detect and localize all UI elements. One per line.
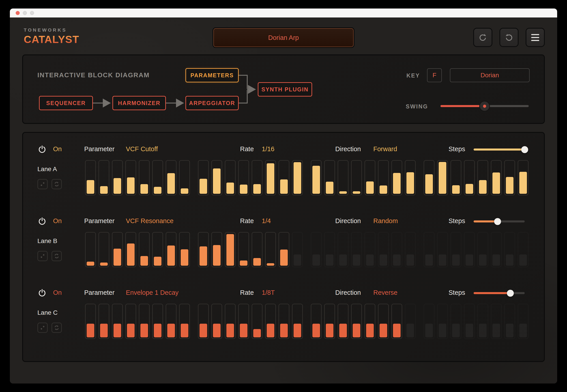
step-cell[interactable]	[338, 304, 348, 339]
step-cell-inactive[interactable]	[504, 304, 515, 339]
step-cell[interactable]	[112, 232, 123, 267]
parameter-value[interactable]: Envelope 1 Decay	[126, 289, 179, 296]
step-cell[interactable]	[451, 160, 461, 195]
step-cell-inactive[interactable]	[437, 232, 448, 267]
step-cell[interactable]	[139, 232, 150, 267]
power-icon[interactable]	[37, 216, 47, 226]
direction-value[interactable]: Reverse	[373, 289, 398, 296]
randomize-button[interactable]	[37, 251, 48, 261]
step-cell[interactable]	[125, 232, 136, 267]
direction-value[interactable]: Random	[373, 217, 398, 225]
step-cell[interactable]	[85, 304, 96, 339]
step-cell[interactable]	[504, 160, 515, 195]
step-cell-inactive[interactable]	[477, 304, 488, 339]
step-cell[interactable]	[292, 304, 303, 339]
step-cell[interactable]	[278, 232, 289, 267]
step-cell-inactive[interactable]	[391, 232, 402, 267]
step-cell-inactive[interactable]	[504, 232, 515, 267]
step-cell[interactable]	[225, 232, 235, 267]
step-cell[interactable]	[477, 160, 488, 195]
step-cell-inactive[interactable]	[324, 232, 335, 267]
step-cell-inactive[interactable]	[424, 304, 434, 339]
node-harmonizer[interactable]: HARMONIZER	[112, 96, 166, 110]
step-cell[interactable]	[112, 304, 123, 339]
step-cell[interactable]	[464, 160, 475, 195]
step-cell-inactive[interactable]	[378, 232, 389, 267]
rate-value[interactable]: 1/4	[262, 217, 271, 225]
step-cell[interactable]	[238, 304, 249, 339]
step-cell-inactive[interactable]	[464, 304, 475, 339]
step-cell[interactable]	[265, 232, 276, 267]
menu-button[interactable]	[526, 29, 544, 46]
minimize-window-button[interactable]	[23, 11, 27, 15]
step-cell[interactable]	[98, 232, 109, 267]
step-cell[interactable]	[125, 304, 136, 339]
step-cell[interactable]	[518, 160, 528, 195]
step-cell[interactable]	[152, 232, 163, 267]
node-arpeggiator[interactable]: ARPEGGIATOR	[185, 96, 239, 110]
node-sequencer[interactable]: SEQUENCER	[39, 96, 93, 110]
step-cell-inactive[interactable]	[338, 232, 348, 267]
direction-value[interactable]: Forward	[373, 145, 397, 153]
step-cell-inactive[interactable]	[464, 232, 475, 267]
step-cell-inactive[interactable]	[518, 232, 528, 267]
preset-selector[interactable]: Dorian Arp	[213, 28, 354, 47]
randomize-button[interactable]	[37, 322, 48, 333]
step-cell[interactable]	[198, 304, 209, 339]
swing-slider[interactable]	[441, 105, 529, 107]
step-cell-inactive[interactable]	[518, 304, 528, 339]
step-cell[interactable]	[252, 232, 263, 267]
steps-slider-thumb[interactable]	[494, 218, 501, 225]
step-cell[interactable]	[351, 160, 362, 195]
step-cell[interactable]	[98, 304, 109, 339]
step-cell[interactable]	[166, 160, 177, 195]
step-cell[interactable]	[265, 160, 276, 195]
step-cell[interactable]	[278, 304, 289, 339]
step-cell[interactable]	[265, 304, 276, 339]
step-cell[interactable]	[424, 160, 434, 195]
step-cell-inactive[interactable]	[311, 232, 322, 267]
step-cell-inactive[interactable]	[365, 232, 375, 267]
swing-slider-thumb[interactable]	[480, 101, 489, 111]
step-cell[interactable]	[112, 160, 123, 195]
step-cell[interactable]	[324, 160, 335, 195]
step-cell[interactable]	[85, 232, 96, 267]
step-cell[interactable]	[252, 160, 263, 195]
step-cell-inactive[interactable]	[477, 232, 488, 267]
lane-power-state[interactable]: On	[53, 145, 62, 153]
zoom-window-button[interactable]	[30, 11, 34, 15]
step-cell[interactable]	[437, 160, 448, 195]
parameter-value[interactable]: VCF Resonance	[126, 217, 174, 225]
rate-value[interactable]: 1/8T	[262, 289, 275, 296]
step-cell-inactive[interactable]	[405, 232, 416, 267]
step-cell[interactable]	[211, 232, 222, 267]
step-cell[interactable]	[311, 160, 322, 195]
step-cell[interactable]	[125, 160, 136, 195]
step-cell[interactable]	[324, 304, 335, 339]
step-cell[interactable]	[391, 304, 402, 339]
step-cell[interactable]	[152, 160, 163, 195]
step-cell[interactable]	[179, 232, 190, 267]
step-cell[interactable]	[311, 304, 322, 339]
step-cell[interactable]	[98, 160, 109, 195]
step-cell[interactable]	[238, 160, 249, 195]
redo-button[interactable]	[500, 29, 518, 46]
node-parameters[interactable]: PARAMETERS	[185, 68, 239, 83]
step-cell[interactable]	[278, 160, 289, 195]
step-cell[interactable]	[139, 160, 150, 195]
step-cell[interactable]	[351, 304, 362, 339]
step-cell[interactable]	[152, 304, 163, 339]
step-cell-inactive[interactable]	[437, 304, 448, 339]
step-cell[interactable]	[238, 232, 249, 267]
close-window-button[interactable]	[16, 11, 20, 15]
steps-slider-thumb[interactable]	[507, 290, 514, 296]
step-cell[interactable]	[365, 304, 375, 339]
cycle-button[interactable]	[52, 251, 62, 261]
step-cell[interactable]	[225, 160, 235, 195]
step-cell[interactable]	[211, 160, 222, 195]
step-cell-inactive[interactable]	[491, 304, 502, 339]
undo-button[interactable]	[474, 29, 492, 46]
step-cell[interactable]	[139, 304, 150, 339]
power-icon[interactable]	[37, 288, 47, 297]
step-cell[interactable]	[166, 232, 177, 267]
